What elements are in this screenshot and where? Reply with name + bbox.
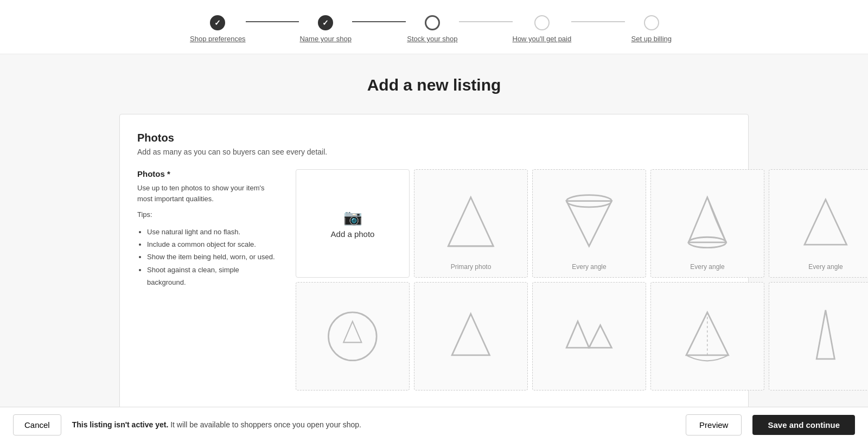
step-label-5[interactable]: Set up billing	[631, 35, 672, 43]
photo-slot-5[interactable]: Every angle	[769, 169, 868, 278]
slot-label-3: Every angle	[572, 263, 606, 271]
photo-slot-9[interactable]	[650, 282, 764, 390]
cone-simple-illustration	[431, 186, 510, 261]
svg-marker-11	[589, 325, 612, 348]
step-circle-1	[210, 15, 225, 30]
photo-slot-8[interactable]	[532, 282, 646, 390]
step-label-2[interactable]: Name your shop	[299, 35, 351, 43]
status-detail: It will be available to shoppers once yo…	[170, 420, 361, 429]
svg-marker-6	[805, 200, 847, 245]
photos-section: Photos * Use up to ten photos to show yo…	[137, 169, 731, 390]
tip-2: Include a common object for scale.	[147, 238, 278, 251]
section-title-photos: Photos	[137, 132, 731, 144]
slot-label-4: Every angle	[690, 263, 724, 271]
svg-marker-2	[566, 201, 611, 246]
photo-slot-7[interactable]	[414, 282, 528, 390]
svg-marker-0	[448, 197, 493, 246]
connector-3	[459, 21, 512, 22]
step-circle-2	[318, 15, 333, 30]
photos-grid: 📷 Add a photo Primary photo	[296, 169, 868, 390]
photos-row-1: 📷 Add a photo Primary photo	[296, 169, 868, 278]
add-photo-label: Add a photo	[331, 229, 375, 239]
photos-sidebar: Photos * Use up to ten photos to show yo…	[137, 169, 278, 390]
bottom-bar: Cancel This listing isn't active yet. It…	[0, 407, 868, 442]
step-label-1[interactable]: Shop preferences	[190, 35, 246, 43]
connector-1	[246, 21, 299, 22]
step-billing[interactable]: Set up billing	[625, 15, 678, 43]
tips-list: Use natural light and no flash. Include …	[137, 226, 278, 289]
photo-slot-10[interactable]	[769, 282, 868, 390]
status-bold: This listing isn't active yet.	[72, 420, 169, 429]
svg-marker-9	[452, 313, 489, 355]
photo-slot-2[interactable]: Primary photo	[414, 169, 528, 278]
slot-label-2: Primary photo	[451, 263, 492, 271]
preview-button[interactable]: Preview	[686, 414, 742, 435]
cone-side-illustration	[668, 186, 747, 261]
photos-row-2	[296, 282, 868, 390]
camera-icon: 📷	[343, 208, 362, 226]
step-get-paid[interactable]: How you'll get paid	[513, 15, 572, 43]
svg-marker-4	[688, 197, 726, 242]
listing-card: Photos Add as many as you can so buyers …	[119, 114, 749, 442]
cone-angle-illustration	[786, 186, 865, 261]
step-label-3[interactable]: Stock your shop	[407, 35, 457, 43]
tips-label: Tips:	[137, 209, 278, 220]
page-title: Add a new listing	[119, 76, 749, 94]
svg-marker-14	[816, 310, 834, 358]
photo-slot-6[interactable]	[296, 282, 410, 390]
step-circle-4	[534, 15, 550, 30]
main-content: Add a new listing Photos Add as many as …	[108, 54, 760, 442]
slot-label-5: Every angle	[808, 263, 843, 271]
cone-inverted-illustration	[550, 186, 629, 261]
tip-4: Shoot against a clean, simple background…	[147, 264, 278, 289]
photo-slot-4[interactable]: Every angle	[650, 169, 764, 278]
cone-folded-illustration	[668, 299, 747, 374]
cone-circle-illustration	[313, 299, 392, 374]
cone-thin-illustration	[786, 299, 865, 374]
connector-2	[352, 21, 405, 22]
progress-bar: Shop preferences Name your shop Stock yo…	[0, 0, 868, 54]
step-name-shop[interactable]: Name your shop	[299, 15, 352, 43]
step-shop-preferences[interactable]: Shop preferences	[190, 15, 246, 43]
svg-marker-8	[343, 321, 361, 342]
photos-field-label: Photos *	[137, 169, 278, 178]
cancel-button[interactable]: Cancel	[13, 414, 61, 435]
connector-4	[571, 21, 624, 22]
add-photo-slot[interactable]: 📷 Add a photo	[296, 169, 410, 278]
status-text: This listing isn't active yet. It will b…	[72, 420, 675, 429]
cone-outline-illustration	[431, 299, 510, 374]
step-label-4[interactable]: How you'll get paid	[513, 35, 572, 43]
tip-1: Use natural light and no flash.	[147, 226, 278, 238]
cone-small-illustration	[550, 299, 629, 374]
svg-marker-10	[566, 321, 589, 348]
section-subtitle-photos: Add as many as you can so buyers can see…	[137, 148, 731, 156]
photo-slot-3[interactable]: Every angle	[532, 169, 646, 278]
save-continue-button[interactable]: Save and continue	[752, 415, 855, 435]
step-stock-shop[interactable]: Stock your shop	[406, 15, 459, 43]
photos-field-desc: Use up to ten photos to show your item's…	[137, 183, 278, 204]
step-circle-3	[425, 15, 440, 30]
step-circle-5	[644, 15, 659, 30]
svg-point-7	[329, 312, 377, 361]
tip-3: Show the item being held, worn, or used.	[147, 251, 278, 263]
